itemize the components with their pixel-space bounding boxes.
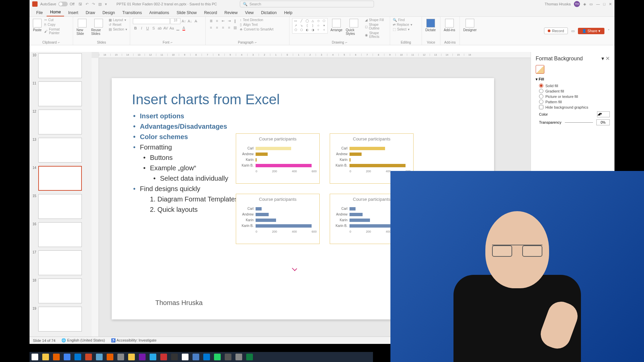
shape-fill-button[interactable]: ◢Shape Fill — [365, 18, 387, 22]
start-icon[interactable] — [32, 354, 38, 360]
close-icon[interactable]: ✕ — [609, 2, 612, 6]
pattern-fill-radio[interactable]: Pattern fill — [539, 100, 610, 104]
transparency-input[interactable] — [596, 119, 610, 125]
bold-button[interactable]: B — [133, 25, 138, 31]
tab-transitions[interactable]: Transitions — [119, 9, 145, 16]
shrink-font-icon[interactable]: A↓ — [187, 18, 193, 24]
document-name[interactable]: PPTE 01 Roter Faden 002-2 transl en.pptx… — [116, 2, 217, 6]
more-icon[interactable]: ▾ — [105, 2, 107, 6]
tab-draw[interactable]: Draw — [82, 9, 98, 16]
thumbnail-13[interactable]: 13 — [32, 138, 90, 163]
thumbnail-15[interactable]: 15 — [32, 194, 90, 219]
line-spacing-button[interactable]: ‖ — [232, 18, 238, 23]
clear-format-icon[interactable]: A̶ — [193, 18, 199, 24]
app9-icon[interactable] — [225, 354, 231, 360]
tab-view[interactable]: View — [241, 9, 257, 16]
align-text-button[interactable]: ▯Align Text — [240, 23, 273, 26]
shapes-gallery[interactable]: ▭╱◯△◇⬡ ↗↘{}☆▾ ⬠⬡◐◑✧▿ — [292, 18, 328, 34]
present-icon[interactable]: ▭ — [571, 29, 575, 33]
gradient-fill-radio[interactable]: Gradient fill — [539, 89, 610, 93]
reset-button[interactable]: ↺Reset — [109, 23, 127, 26]
share-button[interactable]: 👤 Share ▾ — [578, 28, 604, 34]
align-center-button[interactable]: ≡ — [214, 25, 220, 30]
reuse-slides-button[interactable]: Reuse Slides — [91, 18, 107, 36]
solid-fill-radio[interactable]: Solid fill — [539, 83, 610, 88]
thumbnail-12[interactable]: 12 — [32, 110, 90, 134]
language-status[interactable]: 🌐 English (United States) — [61, 338, 105, 343]
thumbnail-17[interactable]: 17 — [32, 250, 90, 275]
save-icon[interactable]: 🖫 — [78, 2, 82, 6]
thumbnail-19[interactable]: 19 — [32, 307, 90, 331]
thumbnail-16[interactable]: 16 — [32, 222, 90, 247]
tab-file[interactable]: File — [33, 9, 46, 16]
chrome-icon[interactable] — [64, 354, 70, 360]
accessibility-status[interactable]: ♿ Accessibility: Investigate — [111, 338, 157, 343]
cut-button[interactable]: ✂Cut — [44, 18, 70, 22]
replace-button[interactable]: ⇄Replace ▾ — [393, 23, 412, 26]
align-left-button[interactable]: ≡ — [208, 25, 214, 30]
app2-icon[interactable] — [117, 354, 124, 360]
whatsapp-icon[interactable] — [214, 354, 221, 360]
firefox-icon[interactable] — [53, 354, 60, 360]
picture-fill-radio[interactable]: Picture or texture fill — [539, 94, 610, 99]
quick-styles-button[interactable]: Quick Styles — [345, 18, 363, 36]
tab-slide-show[interactable]: Slide Show — [173, 9, 200, 16]
copy-button[interactable]: ⎘Copy — [44, 23, 70, 26]
thumbnail-14[interactable]: 14 — [32, 166, 90, 191]
dialog-launcher-icon[interactable]: ⌐ — [171, 41, 173, 44]
italic-button[interactable]: I — [139, 25, 144, 31]
slideshow-icon[interactable]: ▧ — [98, 2, 102, 6]
case-button[interactable]: Aa — [169, 25, 174, 31]
fill-tab-icon[interactable] — [536, 65, 544, 74]
dialog-launcher-icon[interactable]: ⌐ — [345, 41, 347, 44]
undo-icon[interactable]: ↶ — [86, 2, 89, 6]
powerpoint-icon[interactable] — [85, 354, 92, 360]
color-picker-button[interactable]: ◢▾ — [597, 111, 610, 117]
telegram-icon[interactable] — [150, 354, 156, 360]
tab-review[interactable]: Review — [221, 9, 241, 16]
user-name[interactable]: Thomas Hruska — [545, 2, 571, 6]
pane-close-icon[interactable]: ✕ — [605, 56, 610, 61]
underline-button[interactable]: U — [145, 25, 150, 31]
bullets-button[interactable]: ≣ — [208, 18, 214, 23]
numbering-button[interactable]: ≡ — [214, 18, 220, 23]
thumbnail-11[interactable]: 11 — [32, 81, 90, 106]
outlook-icon[interactable] — [74, 354, 81, 360]
user-avatar-icon[interactable]: TH — [574, 1, 580, 7]
thumbnail-18[interactable]: 18 — [32, 279, 90, 303]
columns-button[interactable]: ▥ — [232, 25, 238, 30]
tab-animations[interactable]: Animations — [146, 9, 172, 16]
tab-design[interactable]: Design — [99, 9, 118, 16]
record-button[interactable]: Record — [544, 27, 568, 34]
app10-icon[interactable] — [235, 354, 242, 360]
shape-outline-button[interactable]: ◻Shape Outline — [365, 23, 387, 30]
pane-options-icon[interactable]: ▾ — [601, 56, 604, 61]
tab-record[interactable]: Record — [201, 9, 220, 16]
slide-title[interactable]: Insert charts from Excel — [112, 78, 494, 111]
addins-button[interactable]: Add-ins — [443, 18, 456, 33]
highlight-button[interactable]: ▁ — [175, 25, 180, 31]
tab-home[interactable]: Home — [47, 8, 64, 16]
spacing-button[interactable]: AV — [163, 25, 168, 31]
explorer-icon[interactable] — [42, 354, 49, 360]
coming-soon-icon[interactable]: ◈ — [583, 2, 586, 6]
app4-icon[interactable] — [160, 354, 167, 360]
justify-button[interactable]: ≡ — [226, 25, 232, 30]
format-painter-button[interactable]: 🖌Format Painter — [44, 27, 70, 35]
font-size-select[interactable]: 18 — [170, 18, 180, 24]
indent-dec-button[interactable]: ⇤ — [220, 18, 226, 23]
paste-button[interactable]: Paste — [32, 18, 42, 33]
section-button[interactable]: ▤Section ▾ — [109, 27, 127, 31]
bullet-link[interactable]: Insert options — [132, 111, 474, 121]
arrange-button[interactable]: Arrange — [330, 18, 343, 33]
app5-icon[interactable] — [171, 354, 178, 360]
onenote-icon[interactable] — [139, 354, 146, 360]
fill-section-header[interactable]: ▾ Fill — [536, 77, 610, 81]
windows-taskbar[interactable] — [30, 352, 373, 362]
redo-icon[interactable]: ↷ — [92, 2, 95, 6]
dialog-launcher-icon[interactable]: ⌐ — [255, 41, 257, 44]
dictate-button[interactable]: Dictate — [425, 18, 436, 33]
app7-icon[interactable] — [193, 354, 199, 360]
excel-icon[interactable] — [246, 354, 253, 360]
app-icon[interactable] — [96, 354, 103, 360]
